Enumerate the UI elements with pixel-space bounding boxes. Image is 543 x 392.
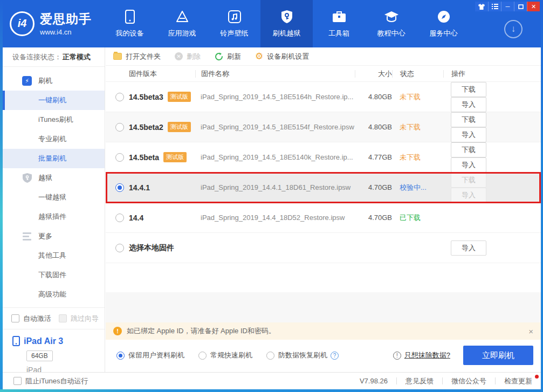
open-folder-button[interactable]: 打开文件夹	[113, 52, 161, 61]
compass-icon	[437, 9, 450, 24]
close-button[interactable]: ✕	[527, 2, 540, 11]
help-icon[interactable]: ?	[331, 352, 339, 360]
check-update-link[interactable]: 检查更新	[496, 376, 541, 386]
checkbox-label: 自动激活	[23, 314, 51, 324]
download-button[interactable]: 下载	[451, 82, 486, 97]
firmware-name: iPad_Spring_2019_14.5_18E5164h_Restore.i…	[195, 93, 355, 101]
sidebar-item-label: 一键越狱	[38, 192, 66, 202]
nav-apps-games[interactable]: 应用游戏	[156, 0, 208, 47]
tool-label: 打开文件夹	[126, 52, 161, 61]
local-firmware-label: 选择本地固件	[129, 243, 174, 253]
section-jailbreak[interactable]: 越狱	[3, 168, 105, 188]
firmware-status: 未下载	[392, 122, 443, 132]
shield-key-icon	[280, 9, 293, 24]
beta-badge: 测试版	[168, 92, 191, 102]
beta-badge: 测试版	[163, 152, 187, 162]
maximize-button[interactable]	[514, 2, 527, 11]
status-bar: 阻止iTunes自动运行 V7.98.26 意见反馈 微信公众号 检查更新	[3, 372, 541, 389]
firmware-name: iPad_Spring_2019_14.5_18E5140k_Restore.i…	[195, 153, 355, 161]
radio-label: 保留用户资料刷机	[128, 350, 184, 360]
sidebar-item-one-click-jailbreak[interactable]: 一键越狱	[3, 188, 105, 207]
menu-list-icon[interactable]	[488, 2, 501, 11]
firmware-name: iPad_Spring_2019_14.4.1_18D61_Restore.ip…	[195, 183, 355, 191]
firmware-size: 4.80GB	[355, 93, 392, 101]
device-flash-settings-button[interactable]: ⚙ 设备刷机设置	[255, 52, 309, 61]
table-row: 14.5beta2 测试版 iPad_Spring_2019_14.5_18E5…	[106, 112, 541, 142]
table-header: 固件版本 固件名称 大小 状态 操作	[106, 66, 541, 82]
import-button[interactable]: 导入	[451, 127, 486, 142]
apple-id-notice: ! 如已绑定 Apple ID，请准备好 Apple ID和密码。 ×	[106, 322, 541, 340]
sidebar-item-pro-flash[interactable]: 专业刷机	[3, 129, 105, 149]
music-note-icon	[228, 9, 241, 24]
jailbreak-shield-icon	[22, 173, 32, 183]
appstore-icon	[175, 9, 189, 24]
radio-icon	[198, 352, 207, 360]
nav-flash-jailbreak[interactable]: 刷机越狱	[260, 0, 313, 47]
keep-data-radio[interactable]: 保留用户资料刷机	[116, 350, 184, 360]
import-local-button[interactable]: 导入	[451, 240, 486, 256]
device-info: iPad Air 3 64GB iPad	[3, 329, 105, 374]
check-update-label: 检查更新	[504, 377, 532, 385]
main-content: 打开文件夹 ✕ 删除 刷新 ⚙ 设备刷机设置 固件版本 固件名称 大小 状态 操…	[106, 47, 541, 372]
import-button[interactable]: 导入	[451, 97, 486, 112]
nav-tutorials[interactable]: 教程中心	[365, 0, 417, 47]
radio-icon	[266, 352, 274, 360]
import-button[interactable]: 导入	[451, 157, 486, 173]
toolbox-icon	[332, 9, 346, 24]
firmware-status: 校验中...	[392, 183, 443, 192]
sidebar-item-other-tools[interactable]: 其他工具	[3, 246, 105, 265]
connection-status: 设备连接状态： 正常模式	[3, 47, 105, 67]
wechat-link[interactable]: 微信公众号	[443, 376, 495, 386]
refresh-button[interactable]: 刷新	[215, 52, 241, 61]
notice-text: 如已绑定 Apple ID，请准备好 Apple ID和密码。	[127, 326, 276, 336]
block-itunes-checkbox[interactable]: 阻止iTunes自动运行	[13, 376, 88, 386]
download-button[interactable]: 下载	[451, 142, 486, 157]
tool-label: 删除	[187, 52, 201, 61]
beta-badge: 测试版	[168, 122, 191, 132]
download-manager-icon[interactable]: ↓	[504, 20, 523, 38]
gear-icon: ⚙	[255, 52, 263, 61]
section-label: 更多	[38, 231, 52, 241]
anti-recovery-radio[interactable]: 防数据恢复刷机 ?	[266, 350, 339, 360]
column-status: 状态	[392, 70, 443, 78]
sidebar-item-download-firmware[interactable]: 下载固件	[3, 265, 105, 285]
theme-skin-icon[interactable]	[475, 2, 488, 11]
app-version: V7.98.26	[351, 377, 396, 385]
sidebar-item-advanced-features[interactable]: 高级功能	[3, 285, 105, 304]
nav-service-center[interactable]: 服务中心	[417, 0, 470, 47]
erase-data-link[interactable]: ! 只想抹除数据?	[393, 350, 450, 360]
main-nav: 我的设备 应用游戏 铃声壁纸 刷机越狱 工具箱	[104, 0, 470, 47]
notice-close-icon[interactable]: ×	[528, 327, 533, 336]
nav-ringtones-wallpapers[interactable]: 铃声壁纸	[208, 0, 260, 47]
nav-my-device[interactable]: 我的设备	[104, 0, 156, 47]
section-more[interactable]: 更多	[3, 226, 105, 246]
download-button-disabled: 下载	[451, 173, 486, 188]
window-controls: ─ ✕	[475, 2, 540, 11]
window-edge-bottom	[0, 389, 543, 392]
firmware-toolbar: 打开文件夹 ✕ 删除 刷新 ⚙ 设备刷机设置	[106, 47, 541, 66]
nav-label: 我的设备	[116, 29, 144, 38]
nav-toolbox[interactable]: 工具箱	[313, 0, 365, 47]
feedback-link[interactable]: 意见反馈	[397, 376, 442, 386]
auto-activate-checkbox[interactable]: 自动激活	[11, 314, 51, 324]
spacer	[106, 292, 541, 322]
sidebar-item-batch-flash[interactable]: 批量刷机	[3, 149, 105, 168]
flash-now-button[interactable]: 立即刷机	[463, 346, 533, 365]
window-edge-left	[0, 0, 3, 392]
tool-label: 刷新	[227, 52, 241, 61]
table-row-selected: 14.4.1 iPad_Spring_2019_14.4.1_18D61_Res…	[106, 173, 541, 203]
sidebar-item-jailbreak-plugins[interactable]: 越狱插件	[3, 207, 105, 226]
sidebar-item-itunes-flash[interactable]: iTunes刷机	[3, 110, 105, 129]
sidebar-item-label: 下载固件	[38, 270, 66, 280]
table-row-local-firmware: 选择本地固件 导入	[106, 233, 541, 263]
download-button[interactable]: 下载	[451, 112, 486, 127]
normal-flash-radio[interactable]: 常规快速刷机	[198, 350, 252, 360]
section-flash[interactable]: ⚡ 刷机	[3, 71, 105, 91]
sidebar-item-one-click-flash[interactable]: 一键刷机	[3, 91, 105, 110]
minimize-button[interactable]: ─	[501, 2, 514, 11]
checkbox-icon	[11, 314, 19, 322]
sidebar-item-label: 高级功能	[38, 290, 66, 299]
nav-label: 工具箱	[328, 29, 349, 38]
app-url: www.i4.cn	[40, 28, 92, 36]
table-row: 14.5beta 测试版 iPad_Spring_2019_14.5_18E51…	[106, 142, 541, 173]
